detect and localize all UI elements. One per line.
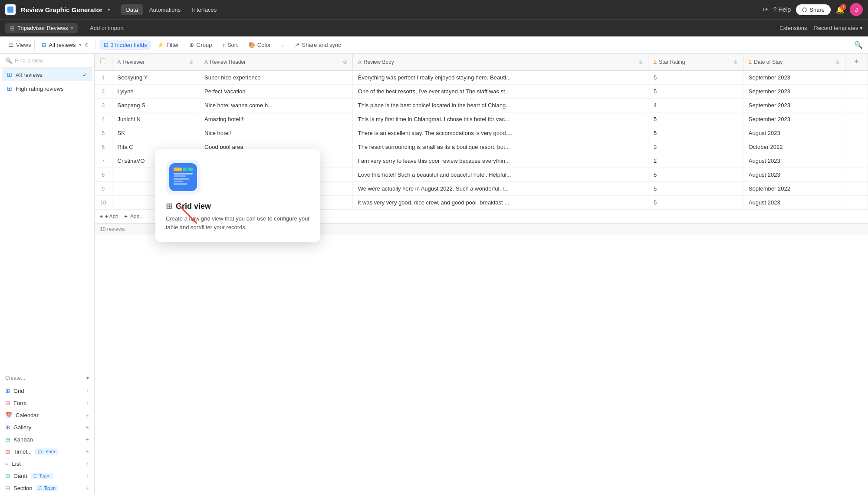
plus-icon[interactable]: + bbox=[85, 472, 89, 479]
sidebar-item-high-rating[interactable]: ⊞ High rating reviews bbox=[2, 82, 92, 95]
cell-body[interactable]: I am very sorry to leave this poor revie… bbox=[352, 154, 648, 168]
col-review-body[interactable]: A Review Body ⊕ bbox=[352, 54, 648, 70]
plus-icon[interactable]: + bbox=[85, 436, 89, 443]
add-column-button[interactable]: + bbox=[851, 57, 862, 66]
create-timeline[interactable]: ⊟ Timel... ⬡ Team + bbox=[0, 445, 94, 458]
cell-header[interactable]: Super nice experience bbox=[199, 70, 353, 85]
cell-date[interactable]: September 2023 bbox=[743, 85, 845, 99]
find-view-input[interactable]: 🔍 Find a view bbox=[0, 54, 94, 68]
create-gantt[interactable]: ⊟ Gantt ⬡ Team + bbox=[0, 470, 94, 482]
create-form[interactable]: ⊟ Form + bbox=[0, 397, 94, 409]
table-name-button[interactable]: ⊞ Tripadvisor Reviews ▾ bbox=[5, 23, 78, 33]
cell-date[interactable]: August 2023 bbox=[743, 154, 845, 168]
plus-icon[interactable]: + bbox=[85, 399, 89, 406]
plus-icon[interactable]: + bbox=[85, 448, 89, 455]
cell-body[interactable]: Everything was perfect I really enjoyed … bbox=[352, 70, 648, 85]
views-button[interactable]: ☰ Views bbox=[5, 40, 35, 50]
cell-rating[interactable]: 5 bbox=[648, 112, 743, 126]
cell-date[interactable]: August 2023 bbox=[743, 196, 845, 210]
cell-rating[interactable]: 2 bbox=[648, 154, 743, 168]
share-button[interactable]: ⬡ Share bbox=[796, 4, 831, 15]
record-templates-link[interactable]: Record templates ▾ bbox=[814, 25, 863, 31]
create-calendar[interactable]: 📅 Calendar + bbox=[0, 409, 94, 421]
all-reviews-tab[interactable]: ⊞ All reviews ▾ ⊙ bbox=[38, 40, 92, 50]
nav-tab-data[interactable]: Data bbox=[121, 4, 143, 15]
table-row[interactable]: 1 Seokyung Y Super nice experience Every… bbox=[95, 70, 868, 85]
create-kanban[interactable]: ⊟ Kanban + bbox=[0, 433, 94, 445]
cell-header[interactable]: Amazing hotel!!! bbox=[199, 112, 353, 126]
cell-date[interactable]: October 2022 bbox=[743, 140, 845, 154]
cell-rating[interactable]: 5 bbox=[648, 85, 743, 99]
cell-body[interactable]: One of the best resorts, I've ever staye… bbox=[352, 85, 648, 99]
cell-rating[interactable]: 5 bbox=[648, 168, 743, 182]
cell-rating[interactable]: 5 bbox=[648, 196, 743, 210]
cell-header[interactable]: Nice hotel wanna come b... bbox=[199, 99, 353, 112]
col-add[interactable]: + bbox=[845, 54, 868, 70]
cell-reviewer[interactable]: Lylyne bbox=[112, 85, 199, 99]
plus-icon[interactable]: + bbox=[85, 460, 89, 467]
cell-date[interactable]: September 2023 bbox=[743, 70, 845, 85]
user-avatar[interactable]: J bbox=[850, 3, 863, 16]
plus-icon[interactable]: + bbox=[85, 387, 89, 394]
plus-icon[interactable]: + bbox=[85, 412, 89, 418]
app-title-dropdown[interactable]: ▾ bbox=[108, 7, 110, 13]
create-gallery[interactable]: ⊞ Gallery + bbox=[0, 421, 94, 433]
share-sync-button[interactable]: ↗ Share and sync bbox=[290, 40, 345, 50]
cell-header[interactable]: Perfect Vacation bbox=[199, 85, 353, 99]
nav-tab-automations[interactable]: Automations bbox=[144, 4, 186, 15]
create-section[interactable]: ⊟ Section ⬡ Team + bbox=[0, 482, 94, 494]
cell-rating[interactable]: 4 bbox=[648, 99, 743, 112]
add-magic-button[interactable]: ✦ Add... bbox=[124, 214, 144, 220]
density-button[interactable]: ≡ bbox=[277, 40, 289, 50]
cell-body[interactable]: This is my first time in Chiangmai. I ch… bbox=[352, 112, 648, 126]
select-all-checkbox[interactable] bbox=[100, 58, 106, 64]
cell-rating[interactable]: 3 bbox=[648, 140, 743, 154]
col-star-rating[interactable]: Σ Star Rating ⊕ bbox=[648, 54, 743, 70]
cell-date[interactable]: August 2023 bbox=[743, 126, 845, 140]
cell-reviewer[interactable]: Sanpang S bbox=[112, 99, 199, 112]
cell-body[interactable]: it was very very good. nice crew, and go… bbox=[352, 196, 648, 210]
create-list[interactable]: ≡ List + bbox=[0, 458, 94, 470]
cell-rating[interactable]: 5 bbox=[648, 70, 743, 85]
cell-date[interactable]: August 2023 bbox=[743, 168, 845, 182]
cell-date[interactable]: September 2023 bbox=[743, 112, 845, 126]
cell-body[interactable]: This place is the best choice! located i… bbox=[352, 99, 648, 112]
col-checkbox[interactable] bbox=[95, 54, 112, 70]
cell-reviewer[interactable]: Seokyung Y bbox=[112, 70, 199, 85]
hidden-fields-button[interactable]: ⊟ 3 hidden fields bbox=[99, 40, 151, 50]
cell-rating[interactable]: 5 bbox=[648, 126, 743, 140]
table-row[interactable]: 5 SK Nice hotel! There is an excellent s… bbox=[95, 126, 868, 140]
add-row-button[interactable]: + + Add bbox=[100, 214, 118, 220]
cell-body[interactable]: The resort surrounding is small as its a… bbox=[352, 140, 648, 154]
create-section[interactable]: Create... ▾ bbox=[0, 372, 94, 385]
col-reviewer[interactable]: A Reviewer ⊕ bbox=[112, 54, 199, 70]
filter-button[interactable]: ⚡ Filter bbox=[153, 40, 183, 50]
group-button[interactable]: ⊕ Group bbox=[185, 40, 216, 50]
cell-reviewer[interactable]: Junichi N bbox=[112, 112, 199, 126]
table-row[interactable]: 2 Lylyne Perfect Vacation One of the bes… bbox=[95, 85, 868, 99]
table-row[interactable]: 3 Sanpang S Nice hotel wanna come b... T… bbox=[95, 99, 868, 112]
cell-rating[interactable]: 5 bbox=[648, 182, 743, 196]
plus-icon[interactable]: + bbox=[85, 424, 89, 431]
table-row[interactable]: 4 Junichi N Amazing hotel!!! This is my … bbox=[95, 112, 868, 126]
history-icon[interactable]: ⟳ bbox=[763, 6, 768, 13]
add-import-button[interactable]: + Add or import bbox=[81, 23, 128, 33]
sort-button[interactable]: ↕ Sort bbox=[218, 40, 242, 50]
sidebar-item-all-reviews[interactable]: ⊞ All reviews ✓ bbox=[2, 68, 92, 81]
cell-date[interactable]: September 2023 bbox=[743, 99, 845, 112]
create-grid[interactable]: ⊞ Grid + bbox=[0, 385, 94, 397]
cell-body[interactable]: We were actually here in August 2022. Su… bbox=[352, 182, 648, 196]
col-review-header[interactable]: A Review Header ⊕ bbox=[199, 54, 353, 70]
nav-tab-interfaces[interactable]: Interfaces bbox=[187, 4, 222, 15]
cell-date[interactable]: September 2022 bbox=[743, 182, 845, 196]
notifications-button[interactable]: 🔔 1 bbox=[836, 6, 845, 14]
color-button[interactable]: 🎨 Color bbox=[244, 40, 275, 50]
plus-icon[interactable]: + bbox=[85, 484, 89, 491]
search-icon[interactable]: 🔍 bbox=[854, 41, 863, 49]
col-date-of-stay[interactable]: Σ Date of Stay ⊕ bbox=[743, 54, 845, 70]
cell-body[interactable]: There is an excellent stay. The accomoda… bbox=[352, 126, 648, 140]
extensions-link[interactable]: Extensions bbox=[779, 25, 807, 31]
cell-body[interactable]: Love this hotel! Such a beautiful and pe… bbox=[352, 168, 648, 182]
help-button[interactable]: ? Help bbox=[773, 6, 791, 13]
cell-header[interactable]: Nice hotel! bbox=[199, 126, 353, 140]
